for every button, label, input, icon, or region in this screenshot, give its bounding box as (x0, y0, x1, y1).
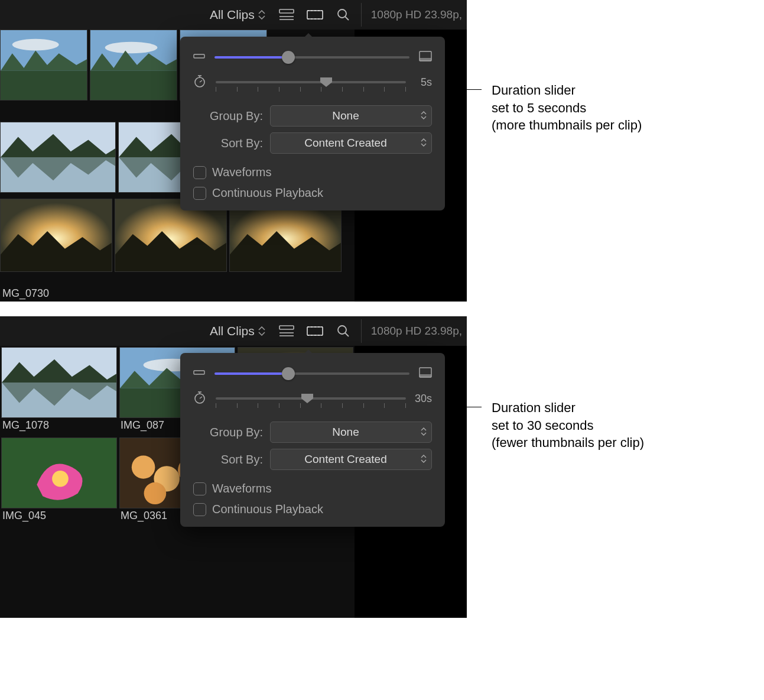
callout-leader-line (439, 89, 482, 90)
stepper-icon (421, 453, 427, 466)
svg-line-65 (200, 397, 202, 398)
svg-point-52 (144, 482, 167, 504)
list-view-button[interactable] (276, 320, 297, 342)
stopwatch-icon (193, 391, 206, 406)
sort-by-value: Content Created (304, 453, 386, 465)
duration-slider-row: 5s (193, 74, 432, 90)
search-button[interactable] (333, 320, 354, 342)
svg-point-46 (52, 471, 69, 487)
clip-filename-label: IMG_045 (1, 508, 117, 526)
duration-slider-thumb[interactable] (320, 77, 332, 87)
svg-line-30 (200, 80, 202, 82)
callout-bottom: Duration slider set to 30 seconds (fewer… (492, 399, 644, 452)
svg-point-6 (338, 9, 346, 18)
svg-point-37 (338, 326, 346, 334)
svg-rect-26 (420, 58, 431, 61)
sort-by-value: Content Created (304, 137, 386, 149)
svg-rect-34 (307, 327, 323, 335)
stepper-icon (258, 326, 265, 336)
stepper-icon (421, 426, 427, 439)
svg-rect-0 (279, 9, 294, 13)
popover-arrow-icon (303, 347, 314, 353)
filmstrip-view-button[interactable] (304, 320, 326, 342)
clip-filter-dropdown[interactable]: All Clips (206, 322, 269, 341)
clip-height-max-icon (419, 51, 432, 64)
duration-value-label: 30s (413, 393, 432, 405)
waveforms-label: Waveforms (212, 166, 271, 179)
browser-toolbar: All Clips 1080p HD 23.98p, (0, 316, 467, 346)
browser-panel-top: All Clips 1080p HD 23.98p, (0, 0, 467, 302)
continuous-playback-checkbox-row[interactable]: Continuous Playback (193, 186, 432, 200)
clip-height-slider[interactable] (214, 56, 409, 59)
waveforms-label: Waveforms (212, 482, 271, 495)
list-view-button[interactable] (276, 4, 297, 25)
group-by-row: Group By: None (193, 422, 432, 443)
clip-filename-label: MG_1078 (1, 418, 117, 435)
svg-point-9 (12, 39, 59, 51)
clip-height-min-icon (193, 51, 205, 63)
filmstrip-view-button[interactable] (304, 4, 326, 25)
group-by-value: None (332, 109, 359, 122)
clip-thumbnail[interactable] (0, 122, 116, 193)
popover-arrow-icon (303, 31, 314, 37)
clip-item[interactable]: MG_1078 (1, 347, 117, 435)
group-by-value: None (332, 426, 359, 438)
svg-point-48 (132, 456, 155, 479)
sort-by-row: Sort By: Content Created (193, 132, 432, 154)
viewer-format-label: 1080p HD 23.98p, (371, 8, 462, 21)
waveforms-checkbox-row[interactable]: Waveforms (193, 482, 432, 495)
callout-leader-line (444, 407, 482, 407)
group-by-select[interactable]: None (270, 422, 432, 443)
continuous-playback-checkbox[interactable] (193, 187, 206, 200)
continuous-playback-label: Continuous Playback (212, 503, 323, 516)
group-by-label: Group By: (193, 109, 270, 123)
svg-rect-10 (1, 71, 87, 100)
stepper-icon (421, 137, 427, 150)
clip-item[interactable]: IMG_045 (1, 438, 117, 526)
clip-height-slider[interactable] (214, 372, 409, 375)
clip-height-slider-row (193, 367, 432, 380)
clip-appearance-popover: 5s Group By: None Sort By: Content Creat… (180, 37, 445, 210)
svg-line-7 (345, 17, 349, 20)
sort-by-select[interactable]: Content Created (270, 449, 432, 470)
svg-rect-61 (420, 374, 431, 377)
slider-thumb[interactable] (282, 51, 295, 64)
clip-filter-label: All Clips (210, 324, 255, 338)
toolbar-divider (361, 319, 362, 343)
waveforms-checkbox-row[interactable]: Waveforms (193, 166, 432, 179)
clip-filter-label: All Clips (210, 8, 255, 22)
svg-rect-3 (307, 11, 323, 19)
clip-height-slider-row (193, 51, 432, 64)
clip-thumbnail[interactable] (0, 30, 87, 101)
duration-slider-row: 30s (193, 391, 432, 406)
viewer-format-label: 1080p HD 23.98p, (371, 325, 462, 338)
svg-rect-24 (194, 54, 204, 58)
waveforms-checkbox[interactable] (193, 166, 206, 179)
clip-thumbnail[interactable] (90, 30, 177, 101)
svg-rect-59 (194, 371, 204, 374)
group-by-select[interactable]: None (270, 105, 432, 127)
clip-height-max-icon (419, 367, 432, 380)
svg-rect-31 (279, 326, 294, 329)
clip-filter-dropdown[interactable]: All Clips (206, 5, 269, 24)
duration-slider-thumb[interactable] (301, 394, 313, 403)
clip-filename-label: MG_0730 (2, 287, 49, 300)
clip-height-min-icon (193, 368, 205, 380)
browser-toolbar: All Clips 1080p HD 23.98p, (0, 0, 467, 30)
callout-top: Duration slider set to 5 seconds (more t… (492, 82, 642, 134)
sort-by-label: Sort By: (193, 137, 270, 150)
search-button[interactable] (333, 4, 354, 25)
duration-slider[interactable] (216, 81, 406, 83)
sort-by-label: Sort By: (193, 453, 270, 466)
clip-thumbnail[interactable] (0, 199, 112, 272)
browser-panel-bottom: All Clips 1080p HD 23.98p, MG_ (0, 316, 467, 618)
sort-by-select[interactable]: Content Created (270, 132, 432, 154)
continuous-playback-checkbox-row[interactable]: Continuous Playback (193, 503, 432, 516)
slider-thumb[interactable] (282, 367, 295, 380)
clip-appearance-popover: 30s Group By: None Sort By: Content Crea… (180, 353, 445, 527)
sort-by-row: Sort By: Content Created (193, 449, 432, 470)
duration-slider[interactable] (216, 397, 406, 400)
svg-rect-13 (90, 71, 177, 100)
continuous-playback-checkbox[interactable] (193, 503, 206, 516)
waveforms-checkbox[interactable] (193, 482, 206, 495)
